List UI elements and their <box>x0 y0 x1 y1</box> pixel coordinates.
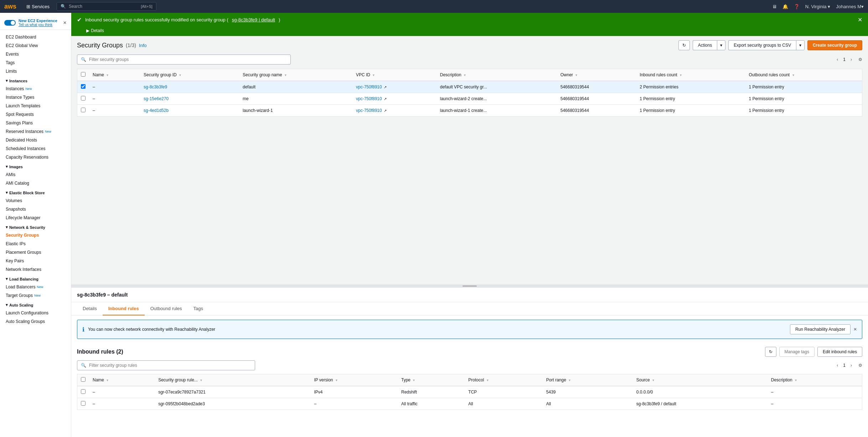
sidebar-item-tags[interactable]: Tags <box>0 58 71 67</box>
sidebar-item-launch-templates[interactable]: Launch Templates <box>0 102 71 110</box>
external-link-icon-3: ↗ <box>384 109 387 113</box>
run-reachability-analyzer-button[interactable]: Run Reachability Analyzer <box>790 324 851 334</box>
close-toggle-icon[interactable]: ✕ <box>63 20 67 25</box>
search-input[interactable] <box>69 4 138 9</box>
sidebar-item-load-balancers[interactable]: Load BalancersNew <box>0 283 71 291</box>
manage-tags-button[interactable]: Manage tags <box>779 347 815 357</box>
sidebar-section-ebs[interactable]: Elastic Block Store <box>0 187 71 196</box>
filter-rules-input[interactable] <box>89 363 251 368</box>
export-main-button[interactable]: Export security groups to CSV <box>728 40 796 50</box>
description-2: launch-wizard-2 create... <box>436 93 557 105</box>
col-sg-name: Security group name ▾ <box>239 69 352 81</box>
toggle-switch[interactable] <box>4 20 16 26</box>
sidebar-section-images[interactable]: Images <box>0 161 71 170</box>
vpc-link-3[interactable]: vpc-750f8910 <box>356 108 382 113</box>
sidebar-section-network-security[interactable]: Network & Security <box>0 222 71 231</box>
rules-select-all-checkbox[interactable] <box>81 377 86 382</box>
sidebar-item-placement-groups[interactable]: Placement Groups <box>0 248 71 257</box>
sidebar-item-ami-catalog[interactable]: AMI Catalog <box>0 179 71 187</box>
sidebar-item-network-interfaces[interactable]: Network Interfaces <box>0 265 71 274</box>
sg-id-link-2[interactable]: sg-15e6e270 <box>144 96 169 101</box>
tab-details[interactable]: Details <box>77 302 103 315</box>
sidebar-item-events[interactable]: Events <box>0 50 71 58</box>
sidebar-section-auto-scaling[interactable]: Auto Scaling <box>0 300 71 309</box>
prev-page-button[interactable]: ‹ <box>835 56 840 63</box>
sidebar-item-ec2-dashboard[interactable]: EC2 Dashboard <box>0 33 71 41</box>
rule-checkbox-2[interactable] <box>81 401 86 406</box>
row-checkbox-2[interactable] <box>81 96 86 101</box>
toggle-sublabel[interactable]: Tell us what you think <box>19 23 57 27</box>
sidebar-item-limits[interactable]: Limits <box>0 67 71 76</box>
user-menu[interactable]: Johannes M▾ <box>836 4 864 9</box>
rules-refresh-button[interactable]: ↻ <box>765 347 776 357</box>
filter-input-container[interactable]: 🔍 <box>77 55 291 65</box>
vpc-link-2[interactable]: vpc-750f8910 <box>356 96 382 101</box>
info-link[interactable]: Info <box>139 43 147 48</box>
table-row[interactable]: – sg-8c3b3fe9 default vpc-750f8910 ↗ def… <box>77 81 862 93</box>
select-all-checkbox[interactable] <box>81 72 86 77</box>
filter-security-groups-input[interactable] <box>89 57 287 62</box>
sidebar-item-target-groups[interactable]: Target GroupsNew <box>0 291 71 300</box>
sidebar-item-spot-requests[interactable]: Spot Requests <box>0 110 71 119</box>
rule-type-1: Redshift <box>398 386 465 398</box>
edit-inbound-rules-button[interactable]: Edit inbound rules <box>817 347 862 357</box>
create-security-group-button[interactable]: Create security group <box>807 40 862 50</box>
sidebar-item-snapshots[interactable]: Snapshots <box>0 205 71 214</box>
col-sg-id: Security group ID ▾ <box>140 69 239 81</box>
sidebar-item-security-groups[interactable]: Security Groups <box>0 231 71 240</box>
tab-outbound-rules[interactable]: Outbound rules <box>145 302 188 315</box>
alert-details-toggle[interactable]: ▶ Details <box>71 27 868 36</box>
rule-port-range-1: 5439 <box>543 386 633 398</box>
question-icon[interactable]: ❓ <box>794 4 800 9</box>
rules-table-row[interactable]: – sgr-095f2b048bed2ade3 – All traffic Al… <box>77 398 862 410</box>
sidebar-item-reserved-instances[interactable]: Reserved InstancesNew <box>0 127 71 136</box>
panel-splitter[interactable] <box>71 284 868 287</box>
row-checkbox-3[interactable] <box>81 108 86 112</box>
sidebar-item-dedicated-hosts[interactable]: Dedicated Hosts <box>0 136 71 144</box>
tab-inbound-rules[interactable]: Inbound rules <box>103 302 145 315</box>
sidebar-item-capacity-reservations[interactable]: Capacity Reservations <box>0 153 71 161</box>
services-menu[interactable]: ⊞ Services <box>24 2 52 11</box>
refresh-button[interactable]: ↻ <box>678 40 690 50</box>
sidebar-item-amis[interactable]: AMIs <box>0 170 71 179</box>
sidebar-item-scheduled-instances[interactable]: Scheduled Instances <box>0 144 71 153</box>
sidebar-item-instance-types[interactable]: Instance Types <box>0 93 71 102</box>
rules-filter-input-container[interactable]: 🔍 <box>77 360 255 370</box>
sidebar-item-key-pairs[interactable]: Key Pairs <box>0 257 71 265</box>
sg-id-link-3[interactable]: sg-4ed1d52b <box>144 108 169 113</box>
sidebar-item-elastic-ips[interactable]: Elastic IPs <box>0 240 71 248</box>
description-3: launch-wizard-1 create... <box>436 105 557 117</box>
region-selector[interactable]: N. Virginia ▾ <box>805 4 830 9</box>
export-arrow-button[interactable]: ▾ <box>796 40 805 50</box>
actions-main-button[interactable]: Actions <box>693 40 717 50</box>
info-box-close-button[interactable]: ✕ <box>853 327 857 332</box>
rules-next-page-button[interactable]: › <box>848 362 854 369</box>
alert-close-button[interactable]: ✕ <box>858 16 862 23</box>
sidebar-item-launch-configurations[interactable]: Launch Configurations <box>0 309 71 317</box>
sidebar-item-auto-scaling-groups[interactable]: Auto Scaling Groups <box>0 317 71 326</box>
alert-sg-link[interactable]: sg-8c3b3fe9 | default <box>232 17 275 22</box>
table-row[interactable]: – sg-15e6e270 me vpc-750f8910 ↗ launch-w… <box>77 93 862 105</box>
sidebar-item-savings-plans[interactable]: Savings Plans <box>0 119 71 127</box>
sidebar-item-volumes[interactable]: Volumes <box>0 196 71 205</box>
tab-tags[interactable]: Tags <box>188 302 209 315</box>
sg-id-link-1[interactable]: sg-8c3b3fe9 <box>144 84 167 89</box>
table-settings-icon[interactable]: ⚙ <box>858 57 862 62</box>
sidebar-section-instances[interactable]: Instances <box>0 76 71 84</box>
rules-table-settings-icon[interactable]: ⚙ <box>858 363 862 368</box>
sidebar-item-ec2-global-view[interactable]: EC2 Global View <box>0 41 71 50</box>
row-checkbox-1[interactable] <box>81 84 86 89</box>
rules-table-row[interactable]: – sgr-07eca9c78927a7321 IPv4 Redshift TC… <box>77 386 862 398</box>
actions-arrow-button[interactable]: ▾ <box>717 40 725 50</box>
rule-checkbox-1[interactable] <box>81 389 86 394</box>
vpc-link-1[interactable]: vpc-750f8910 <box>356 84 382 89</box>
sidebar-section-load-balancing[interactable]: Load Balancing <box>0 274 71 283</box>
rules-prev-page-button[interactable]: ‹ <box>835 362 840 369</box>
table-row[interactable]: – sg-4ed1d52b launch-wizard-1 vpc-750f89… <box>77 105 862 117</box>
monitor-icon[interactable]: 🖥 <box>772 4 777 9</box>
next-page-button[interactable]: › <box>848 56 854 63</box>
sidebar-item-lifecycle-manager[interactable]: Lifecycle Manager <box>0 214 71 222</box>
global-search-bar[interactable]: 🔍 [Alt+S] <box>57 2 156 11</box>
bell-icon[interactable]: 🔔 <box>782 4 788 9</box>
sidebar-item-instances[interactable]: InstancesNew <box>0 84 71 93</box>
